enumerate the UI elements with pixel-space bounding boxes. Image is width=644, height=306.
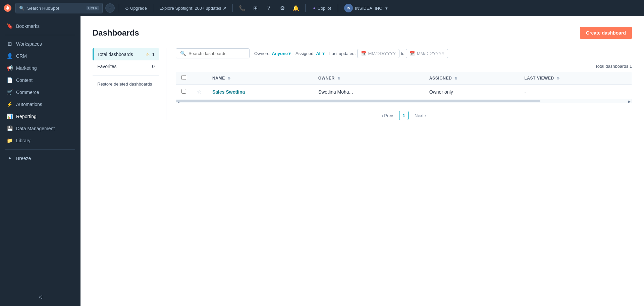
settings-icon-button[interactable]: ⚙	[277, 3, 288, 13]
sidebar-collapse-button[interactable]: ◁	[0, 291, 80, 302]
sidebar-item-marketing[interactable]: 📢 Marketing	[0, 62, 80, 74]
reporting-icon: 📊	[7, 113, 13, 119]
total-dashboards-count: 1	[152, 52, 155, 57]
right-panel: 🔍 Owners: Anyone ▾ Assigned: All	[166, 48, 632, 120]
next-page-button[interactable]: Next ›	[412, 112, 429, 119]
row-checkbox-cell[interactable]	[176, 85, 192, 99]
sidebar-item-content[interactable]: 📄 Content	[0, 74, 80, 86]
scrollbar-thumb[interactable]	[176, 100, 540, 102]
assigned-sort-icon: ⇅	[454, 76, 458, 80]
chevron-left-icon: ‹	[382, 113, 383, 118]
search-dashboards-box[interactable]: 🔍	[176, 48, 250, 58]
copilot-star-icon: ✦	[312, 6, 316, 11]
hubspot-logo[interactable]	[4, 4, 11, 12]
chevron-down-icon: ▾	[322, 51, 325, 56]
help-icon-button[interactable]: ?	[264, 3, 274, 13]
page-header: Dashboards Create dashboard	[93, 27, 632, 39]
breeze-icon: ✦	[7, 155, 13, 161]
date-range-to: to	[401, 51, 405, 56]
favorites-count: 0	[152, 64, 155, 69]
create-dashboard-button[interactable]: Create dashboard	[580, 27, 632, 39]
page-number-1[interactable]: 1	[399, 111, 409, 120]
upgrade-button[interactable]: ⊙ Upgrade	[123, 6, 149, 11]
nav-divider-2	[153, 4, 153, 12]
assigned-value[interactable]: All ▾	[316, 51, 325, 56]
select-all-header[interactable]	[176, 72, 192, 85]
explore-spotlight-button[interactable]: Explore Spotlight: 200+ updates ↗	[157, 6, 228, 11]
horizontal-scrollbar[interactable]: ◀ ▶	[176, 99, 632, 103]
upgrade-icon: ⊙	[125, 6, 129, 11]
total-dashboards-filter[interactable]: Total dashboards ⚠ 1	[93, 48, 159, 60]
nav-divider-5	[338, 4, 338, 12]
owners-value[interactable]: Anyone ▾	[272, 51, 291, 56]
sidebar-item-bookmarks[interactable]: 🔖 Bookmarks	[0, 20, 80, 32]
row-owner-cell: Swetlina Moha...	[313, 85, 424, 99]
owner-column-header[interactable]: OWNER ⇅	[313, 72, 424, 85]
sidebar: 🔖 Bookmarks ⊞ Workspaces 👤 CRM 📢 Marketi…	[0, 16, 80, 306]
sidebar-item-data-management[interactable]: 💾 Data Management	[0, 122, 80, 135]
last-updated-label: Last updated:	[329, 51, 356, 56]
row-name-cell: Sales Swetlina	[207, 85, 313, 99]
user-menu[interactable]: IN INSIDEA, INC. ▾	[342, 4, 390, 12]
crm-icon: 👤	[7, 53, 13, 59]
filter-bar: 🔍 Owners: Anyone ▾ Assigned: All	[176, 48, 632, 58]
phone-icon-button[interactable]: 📞	[237, 3, 248, 13]
select-all-checkbox[interactable]	[181, 75, 186, 80]
name-column-header[interactable]: NAME ⇅	[207, 72, 313, 85]
global-search[interactable]: 🔍 Search HubSpot Ctrl K	[15, 3, 103, 13]
scrollbar-track[interactable]	[176, 100, 632, 102]
last-viewed-column-header[interactable]: LAST VIEWED ⇅	[519, 72, 632, 85]
copilot-button[interactable]: ✦ Copilot	[310, 6, 334, 11]
owners-filter-group: Owners: Anyone ▾	[254, 51, 291, 56]
last-viewed-sort-icon: ⇅	[557, 76, 560, 80]
favorites-filter[interactable]: Favorites 0	[93, 60, 159, 72]
row-checkbox[interactable]	[181, 89, 186, 94]
favorites-label: Favorites	[97, 64, 117, 69]
row-assigned-cell: Owner only	[424, 85, 519, 99]
restore-deleted-link[interactable]: Restore deleted dashboards	[93, 78, 159, 90]
bookmarks-icon: 🔖	[7, 23, 13, 29]
sidebar-item-automations[interactable]: ⚡ Automations	[0, 98, 80, 110]
sidebar-divider-1	[5, 35, 75, 35]
scroll-right-arrow[interactable]: ▶	[628, 99, 631, 103]
favorite-star-icon[interactable]: ☆	[197, 89, 202, 95]
table-row: ☆ Sales Swetlina Swetlina Moha... Owner …	[176, 85, 632, 99]
sidebar-item-library[interactable]: 📁 Library	[0, 135, 80, 147]
avatar: IN	[344, 4, 353, 12]
notifications-icon-button[interactable]: 🔔	[290, 3, 301, 13]
external-link-icon: ↗	[223, 6, 226, 11]
sidebar-item-breeze[interactable]: ✦ Breeze	[0, 152, 80, 164]
row-star-cell[interactable]: ☆	[192, 85, 207, 99]
sidebar-bottom: ◁	[0, 291, 80, 302]
date-from-placeholder: MM/DD/YYYY	[368, 51, 396, 56]
date-to-input[interactable]: 📅 MM/DD/YYYY	[406, 49, 448, 58]
left-panel-divider	[93, 75, 159, 75]
workspaces-icon: ⊞	[7, 41, 13, 47]
add-button[interactable]: +	[105, 3, 115, 13]
automations-icon: ⚡	[7, 101, 13, 107]
sidebar-item-crm[interactable]: 👤 CRM	[0, 50, 80, 62]
dashboard-name-link[interactable]: Sales Swetlina	[212, 89, 245, 95]
grid-icon-button[interactable]: ⊞	[250, 3, 261, 13]
content-icon: 📄	[7, 77, 13, 83]
search-dashboards-input[interactable]	[189, 51, 245, 56]
table-header-row: NAME ⇅ OWNER ⇅ ASSIGNED ⇅	[176, 72, 632, 85]
star-header	[192, 72, 207, 85]
main-content: Dashboards Create dashboard Total dashbo…	[80, 16, 644, 306]
row-last-viewed-cell: -	[519, 85, 632, 99]
pagination: ‹ Prev 1 Next ›	[176, 111, 632, 120]
sidebar-item-reporting[interactable]: 📊 Reporting	[0, 110, 80, 122]
chevron-down-icon: ▾	[288, 51, 291, 56]
sidebar-item-workspaces[interactable]: ⊞ Workspaces	[0, 38, 80, 50]
dashboards-table: NAME ⇅ OWNER ⇅ ASSIGNED ⇅	[176, 71, 632, 99]
search-placeholder-text: Search HubSpot	[27, 6, 84, 11]
assigned-filter-group: Assigned: All ▾	[296, 51, 325, 56]
date-from-input[interactable]: 📅 MM/DD/YYYY	[357, 49, 399, 58]
calendar-icon-2: 📅	[410, 51, 415, 56]
sidebar-item-commerce[interactable]: 🛒 Commerce	[0, 86, 80, 98]
prev-page-button[interactable]: ‹ Prev	[379, 112, 396, 119]
date-to-placeholder: MM/DD/YYYY	[417, 51, 444, 56]
assigned-column-header[interactable]: ASSIGNED ⇅	[424, 72, 519, 85]
nav-divider-1	[119, 4, 119, 12]
search-shortcut: Ctrl K	[87, 6, 99, 10]
